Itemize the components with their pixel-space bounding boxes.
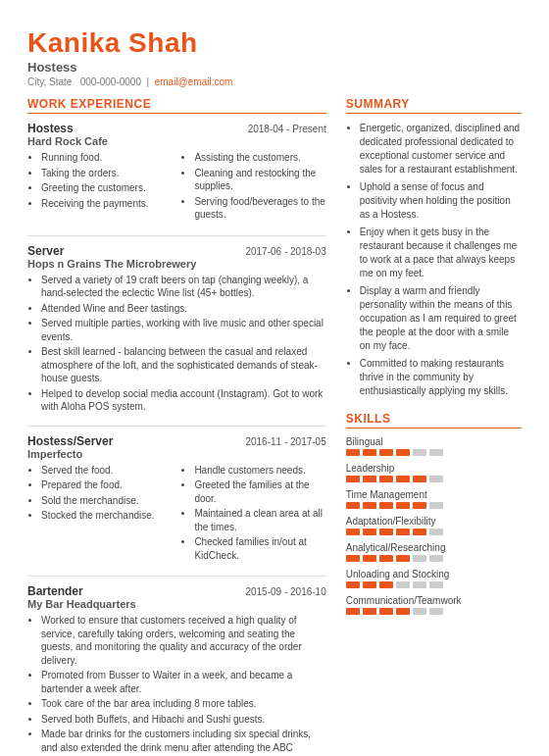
- list-item: Checked families in/out at KidCheck.: [194, 535, 325, 562]
- list-item: Uphold a sense of focus and positivity w…: [360, 180, 522, 222]
- summary-section: Energetic, organized, disciplined and de…: [346, 122, 522, 398]
- skill-bar-segment: [363, 529, 376, 535]
- list-item: Receiving the payments.: [41, 197, 173, 211]
- single-bullets: Worked to ensure that customers received…: [27, 614, 326, 756]
- skill-bar-segment: [429, 608, 443, 615]
- list-item: Maintained a clean area at all the times…: [194, 507, 325, 533]
- job-block: Bartender 2015-09 - 2016-10 My Bar Headq…: [27, 584, 326, 756]
- job-dates: 2017-06 - 2018-03: [245, 246, 325, 257]
- skill-bar: [346, 529, 522, 535]
- list-item: Served both Buffets, and Hibachi and Sus…: [41, 713, 326, 727]
- list-item: Worked to ensure that customers received…: [41, 614, 326, 667]
- skill-item: Bilingual: [346, 436, 522, 456]
- list-item: Assisting the customers.: [194, 151, 325, 165]
- skill-name: Adaptation/Flexibility: [346, 516, 522, 527]
- job-block: Server 2017-06 - 2018-03 Hops n Grains T…: [27, 244, 326, 414]
- skill-bar-segment: [413, 555, 426, 562]
- job-header: Hostess 2018-04 - Present: [27, 122, 326, 135]
- skill-bar-segment: [429, 581, 443, 588]
- work-experience-title: Work Experience: [27, 97, 326, 114]
- job-bullets-cols: Running food.Taking the orders.Greeting …: [27, 151, 326, 224]
- skill-bar-segment: [396, 449, 410, 456]
- skill-bar-segment: [346, 555, 360, 562]
- list-item: Committed to making restaurants thrive i…: [360, 357, 522, 398]
- summary-title: Summary: [346, 97, 522, 114]
- skill-bar-segment: [346, 608, 360, 615]
- skill-item: Time Management: [346, 489, 522, 509]
- skill-bar: [346, 555, 522, 562]
- skill-bar-segment: [379, 529, 393, 535]
- job-title: Bartender: [27, 584, 83, 598]
- job-header: Server 2017-06 - 2018-03: [27, 244, 326, 258]
- skill-bar: [346, 502, 522, 509]
- skill-bar-segment: [429, 476, 443, 482]
- skill-name: Leadership: [346, 463, 522, 474]
- list-item: Enjoy when it gets busy in the restauran…: [360, 226, 522, 280]
- list-item: Served the food.: [41, 464, 173, 478]
- skill-bar-segment: [379, 502, 393, 509]
- skill-name: Unloading and Stocking: [346, 569, 522, 580]
- skill-bar-segment: [379, 555, 393, 562]
- skill-bar-segment: [413, 529, 426, 535]
- skill-bar-segment: [363, 555, 376, 562]
- jobs-container: Hostess 2018-04 - Present Hard Rock Cafe…: [27, 122, 326, 756]
- skill-bar-segment: [396, 476, 410, 482]
- skill-bar-segment: [413, 581, 426, 588]
- job-company: My Bar Headquarters: [27, 598, 326, 610]
- skill-bar-segment: [379, 449, 393, 456]
- job-header: Hostess/Server 2016-11 - 2017-05: [27, 434, 326, 448]
- list-item: Made bar drinks for the customers includ…: [41, 728, 326, 756]
- candidate-title: Hostess: [27, 60, 522, 75]
- job-dates: 2018-04 - Present: [248, 124, 326, 134]
- single-bullets: Served a variety of 19 craft beers on ta…: [27, 274, 326, 414]
- skill-bar-segment: [413, 476, 426, 482]
- skill-item: Communication/Teamwork: [346, 595, 522, 615]
- list-item: Helped to develop social media account (…: [41, 387, 326, 414]
- skill-item: Unloading and Stocking: [346, 569, 522, 588]
- skills-title: Skills: [346, 412, 522, 428]
- skill-bar-segment: [413, 608, 426, 615]
- list-item: Energetic, organized, disciplined and de…: [360, 122, 522, 176]
- skill-bar-segment: [363, 608, 376, 615]
- job-company: Hops n Grains The Microbrewery: [27, 258, 326, 270]
- job-title: Server: [27, 244, 64, 258]
- candidate-name: Kanika Shah: [27, 27, 522, 59]
- job-bullets-cols: Served the food.Prepared the food.Sold t…: [27, 464, 326, 565]
- skill-name: Time Management: [346, 489, 522, 500]
- skill-bar-segment: [363, 581, 376, 588]
- skill-bar: [346, 608, 522, 615]
- job-company: Hard Rock Cafe: [27, 135, 326, 147]
- skill-bar-segment: [363, 476, 376, 482]
- skill-item: Analytical/Researching: [346, 542, 522, 562]
- job-block: Hostess/Server 2016-11 - 2017-05 Imperfe…: [27, 434, 326, 565]
- job-dates: 2016-11 - 2017-05: [245, 436, 325, 447]
- list-item: Greeting the customers.: [41, 181, 173, 195]
- list-item: Serving food/beverages to the guests.: [194, 195, 325, 222]
- list-item: Served a variety of 19 craft beers on ta…: [41, 274, 326, 300]
- skill-name: Analytical/Researching: [346, 542, 522, 553]
- skill-bar: [346, 449, 522, 456]
- main-columns: Work Experience Hostess 2018-04 - Presen…: [27, 97, 522, 756]
- email-link[interactable]: email@email.com: [155, 76, 233, 87]
- skill-bar-segment: [346, 449, 360, 456]
- job-company: Imperfecto: [27, 448, 326, 460]
- skill-bar-segment: [396, 529, 410, 535]
- list-item: Prepared the food.: [41, 479, 173, 492]
- bullet-col-right: Assisting the customers.Cleaning and res…: [180, 151, 325, 224]
- skill-bar-segment: [429, 529, 443, 535]
- list-item: Promoted from Busser to Waiter in a week…: [41, 669, 326, 695]
- list-item: Display a warm and friendly personality …: [360, 284, 522, 353]
- job-dates: 2015-09 - 2016-10: [245, 586, 325, 597]
- list-item: Handle customers needs.: [194, 464, 325, 478]
- skill-bar-segment: [346, 476, 360, 482]
- skill-bar-segment: [429, 502, 443, 509]
- bullet-col-left: Served the food.Prepared the food.Sold t…: [27, 464, 173, 565]
- job-title: Hostess/Server: [27, 434, 113, 448]
- bullet-col-left: Running food.Taking the orders.Greeting …: [27, 151, 173, 224]
- list-item: Attended Wine and Beer tastings.: [41, 302, 326, 316]
- list-item: Best skill learned - balancing between t…: [41, 345, 326, 385]
- skill-name: Bilingual: [346, 436, 522, 447]
- skill-bar-segment: [379, 581, 393, 588]
- skill-item: Leadership: [346, 463, 522, 482]
- contact-info: City, State 000-000-0000 | email@email.c…: [27, 76, 522, 87]
